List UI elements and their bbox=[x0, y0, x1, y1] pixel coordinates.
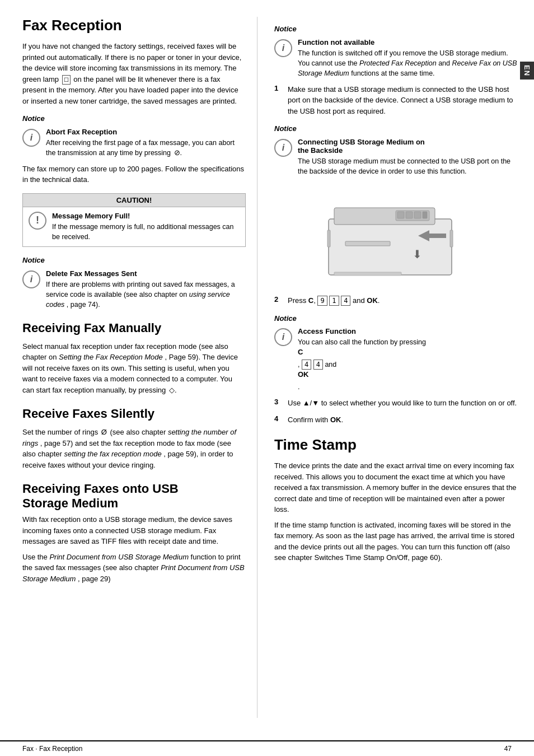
content-area: Fax Reception If you have not changed th… bbox=[0, 0, 534, 740]
step-3-body: Use ▲/▼ to select whether you would like… bbox=[288, 398, 517, 409]
function-not-available-notice: i Function not available The function is… bbox=[274, 38, 517, 78]
connecting-usb-title: Connecting USB Storage Medium on the Bac… bbox=[298, 138, 517, 155]
notice-label-1: Notice bbox=[22, 113, 246, 124]
svg-rect-0 bbox=[329, 219, 452, 275]
caution-header: CAUTION! bbox=[23, 194, 245, 207]
svg-rect-2 bbox=[345, 241, 390, 246]
fax-memory-body: The fax memory can store up to 200 pages… bbox=[22, 164, 246, 185]
left-column: Fax Reception If you have not changed th… bbox=[0, 17, 257, 718]
receive-faxes-silently-title: Receive Faxes Silently bbox=[22, 407, 246, 421]
notice-icon-1: i bbox=[22, 129, 40, 147]
access-function-body: You can also call the function by pressi… bbox=[298, 337, 426, 392]
svg-rect-12 bbox=[450, 230, 453, 247]
receiving-fax-manually-title: Receiving Fax Manually bbox=[22, 321, 246, 335]
right-notice-label-3: Notice bbox=[274, 313, 517, 324]
step-1-content: Make sure that a USB storage medium is c… bbox=[288, 84, 517, 117]
receiving-fax-manually-body: Select manual fax reception under fax re… bbox=[22, 341, 246, 396]
connecting-usb-content: Connecting USB Storage Medium on the Bac… bbox=[298, 138, 517, 176]
notice-label-2: Notice bbox=[22, 255, 246, 266]
footer-left: Fax · Fax Reception bbox=[22, 745, 82, 753]
access-function-title: Access Function bbox=[298, 327, 426, 335]
step-2-content: Press C, 9 1 4 and OK. bbox=[288, 295, 380, 306]
function-not-available-body: The function is switched off if you remo… bbox=[298, 48, 517, 78]
key-4: 4 bbox=[341, 296, 350, 306]
step-4-content: Confirm with OK. bbox=[288, 414, 343, 426]
caution-content: Message Memory Full! If the message memo… bbox=[52, 212, 240, 242]
access-function-content: Access Function You can also call the fu… bbox=[298, 327, 426, 392]
right-notice-icon-3: i bbox=[274, 328, 292, 346]
receiving-usb-body2: Use the Print Document from USB Storage … bbox=[22, 552, 246, 585]
step-2: 2 Press C, 9 1 4 and OK. bbox=[274, 295, 517, 306]
key-9: 9 bbox=[317, 296, 327, 306]
delete-fax-content: Delete Fax Messages Sent If there are pr… bbox=[46, 269, 246, 310]
time-stamp-title: Time Stamp bbox=[274, 436, 517, 454]
abort-fax-title: Abort Fax Reception bbox=[46, 128, 246, 136]
right-notice-label-1: Notice bbox=[274, 24, 517, 35]
receive-faxes-silently-body: Set the number of rings Ø (see also chap… bbox=[22, 427, 246, 470]
abort-fax-content: Abort Fax Reception After receiving the … bbox=[46, 128, 246, 158]
caution-body-text: If the message memory is full, no additi… bbox=[52, 222, 240, 242]
svg-rect-7 bbox=[423, 212, 427, 218]
svg-text:⬇: ⬇ bbox=[413, 248, 422, 260]
step-3-content: Use ▲/▼ to select whether you would like… bbox=[288, 398, 517, 409]
step-1: 1 Make sure that a USB storage medium is… bbox=[274, 84, 517, 117]
abort-fax-notice: i Abort Fax Reception After receiving th… bbox=[22, 128, 246, 158]
step-4: 4 Confirm with OK. bbox=[274, 414, 517, 426]
step-1-body: Make sure that a USB storage medium is c… bbox=[288, 84, 517, 117]
step-4-body: Confirm with OK. bbox=[288, 414, 343, 426]
step-2-body: Press C, 9 1 4 and OK. bbox=[288, 295, 380, 306]
connecting-usb-body: The USB storage medium must be connected… bbox=[298, 156, 517, 176]
delete-fax-title: Delete Fax Messages Sent bbox=[46, 269, 246, 278]
time-stamp-body2: If the time stamp function is activated,… bbox=[274, 520, 517, 563]
svg-rect-6 bbox=[414, 212, 421, 218]
svg-rect-9 bbox=[429, 234, 446, 238]
right-notice-label-2: Notice bbox=[274, 123, 517, 134]
page: Fax Reception If you have not changed th… bbox=[0, 0, 534, 756]
receiving-usb-body1: With fax reception onto a USB storage me… bbox=[22, 514, 246, 547]
connecting-usb-notice: i Connecting USB Storage Medium on the B… bbox=[274, 138, 517, 176]
time-stamp-body1: The device prints the date and the exact… bbox=[274, 460, 517, 515]
caution-icon: ! bbox=[29, 212, 46, 230]
receiving-usb-title: Receiving Faxes onto USB Storage Medium bbox=[22, 482, 246, 511]
key-4a: 4 bbox=[302, 360, 311, 370]
step-2-number: 2 bbox=[274, 295, 283, 306]
step-4-number: 4 bbox=[274, 414, 283, 426]
delete-fax-body: If there are problems with printing out … bbox=[46, 279, 246, 310]
caution-title: Message Memory Full! bbox=[52, 212, 240, 220]
step-3: 3 Use ▲/▼ to select whether you would li… bbox=[274, 398, 517, 409]
notice-icon-2: i bbox=[22, 270, 40, 288]
delete-fax-notice: i Delete Fax Messages Sent If there are … bbox=[22, 269, 246, 310]
svg-rect-11 bbox=[327, 230, 330, 247]
right-notice-icon-1: i bbox=[274, 39, 292, 57]
device-svg: ⬇ bbox=[317, 185, 474, 286]
device-image: ⬇ bbox=[317, 185, 474, 286]
step-3-number: 3 bbox=[274, 398, 283, 409]
caution-body: ! Message Memory Full! If the message me… bbox=[23, 207, 245, 246]
caution-box: CAUTION! ! Message Memory Full! If the m… bbox=[22, 193, 246, 247]
fax-reception-title: Fax Reception bbox=[22, 17, 246, 34]
key-1: 1 bbox=[329, 296, 339, 306]
function-not-available-content: Function not available The function is s… bbox=[298, 38, 517, 78]
footer-right: 47 bbox=[504, 745, 512, 753]
fax-reception-body1: If you have not changed the factory sett… bbox=[22, 41, 246, 106]
svg-rect-13 bbox=[334, 272, 401, 276]
function-not-available-title: Function not available bbox=[298, 38, 517, 46]
access-function-notice: i Access Function You can also call the … bbox=[274, 327, 517, 392]
en-tab: EN bbox=[520, 62, 534, 80]
key-4b: 4 bbox=[313, 360, 323, 370]
step-1-number: 1 bbox=[274, 84, 283, 117]
right-notice-icon-2: i bbox=[274, 139, 292, 157]
footer: Fax · Fax Reception 47 bbox=[0, 740, 534, 756]
abort-fax-body: After receiving the first page of a fax … bbox=[46, 138, 246, 158]
svg-rect-4 bbox=[397, 212, 404, 218]
right-column: EN Notice i Function not available The f… bbox=[257, 17, 534, 718]
svg-rect-5 bbox=[406, 212, 413, 218]
